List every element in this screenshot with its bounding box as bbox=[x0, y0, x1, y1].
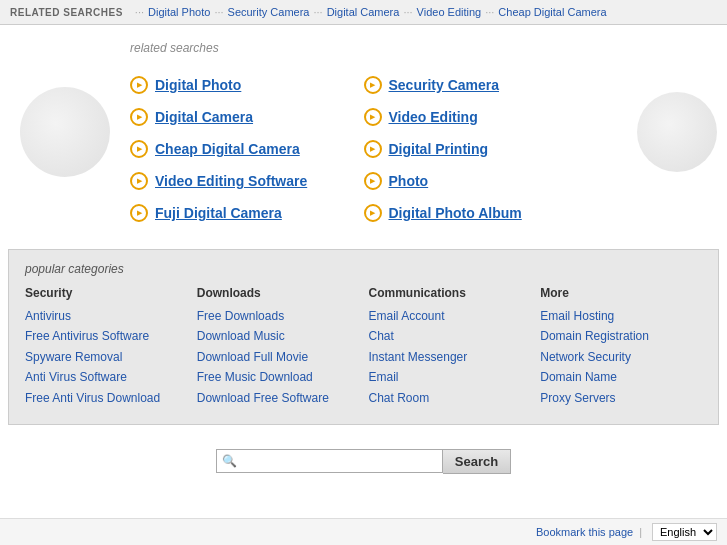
link-download-music[interactable]: Download Music bbox=[197, 326, 359, 346]
link-proxy-servers[interactable]: Proxy Servers bbox=[540, 388, 702, 408]
category-communications: Communications Email Account Chat Instan… bbox=[369, 286, 531, 408]
related-searches-label: RELATED SEARCHES bbox=[10, 7, 123, 18]
link-anti-virus-software[interactable]: Anti Virus Software bbox=[25, 367, 187, 387]
search-link-digital-photo-album[interactable]: Digital Photo Album bbox=[389, 205, 522, 221]
link-network-security[interactable]: Network Security bbox=[540, 347, 702, 367]
bottom-sep: | bbox=[639, 526, 642, 538]
topbar-link-0[interactable]: Digital Photo bbox=[148, 6, 210, 18]
category-security: Security Antivirus Free Antivirus Softwa… bbox=[25, 286, 187, 408]
search-input[interactable] bbox=[242, 451, 442, 472]
category-downloads: Downloads Free Downloads Download Music … bbox=[197, 286, 359, 408]
bottom-bar: Bookmark this page | English bbox=[0, 518, 727, 545]
search-link-video-editing-software[interactable]: Video Editing Software bbox=[155, 173, 307, 189]
search-link-digital-printing[interactable]: Digital Printing bbox=[389, 141, 489, 157]
topbar-link-1[interactable]: Security Camera bbox=[228, 6, 310, 18]
sep1: ··· bbox=[135, 6, 144, 18]
related-searches-section: related searches Digital Photo Security … bbox=[0, 25, 727, 239]
link-spyware-removal[interactable]: Spyware Removal bbox=[25, 347, 187, 367]
list-item: Fuji Digital Camera bbox=[130, 197, 364, 229]
popular-categories-section: popular categories Security Antivirus Fr… bbox=[8, 249, 719, 425]
link-chat[interactable]: Chat bbox=[369, 326, 531, 346]
arrow-icon bbox=[130, 108, 148, 126]
search-link-video-editing[interactable]: Video Editing bbox=[389, 109, 478, 125]
search-button[interactable]: Search bbox=[443, 449, 511, 474]
left-circle bbox=[20, 87, 110, 177]
link-free-downloads[interactable]: Free Downloads bbox=[197, 306, 359, 326]
bookmark-link[interactable]: Bookmark this page bbox=[536, 526, 633, 538]
topbar-link-4[interactable]: Cheap Digital Camera bbox=[498, 6, 606, 18]
arrow-icon bbox=[130, 204, 148, 222]
topbar-link-3[interactable]: Video Editing bbox=[417, 6, 482, 18]
list-item: Digital Camera bbox=[130, 101, 364, 133]
link-download-free-software[interactable]: Download Free Software bbox=[197, 388, 359, 408]
link-chat-room[interactable]: Chat Room bbox=[369, 388, 531, 408]
arrow-icon bbox=[364, 172, 382, 190]
link-email[interactable]: Email bbox=[369, 367, 531, 387]
category-security-heading: Security bbox=[25, 286, 187, 300]
arrow-icon bbox=[364, 108, 382, 126]
search-link-photo[interactable]: Photo bbox=[389, 173, 429, 189]
left-decoration bbox=[0, 25, 130, 239]
link-instant-messenger[interactable]: Instant Messenger bbox=[369, 347, 531, 367]
link-download-full-movie[interactable]: Download Full Movie bbox=[197, 347, 359, 367]
search-input-wrapper: 🔍 bbox=[216, 449, 443, 473]
main-content: related searches Digital Photo Security … bbox=[0, 25, 727, 518]
right-decoration bbox=[627, 25, 727, 239]
list-item: Digital Photo bbox=[130, 69, 364, 101]
link-domain-name[interactable]: Domain Name bbox=[540, 367, 702, 387]
search-magnifier-icon: 🔍 bbox=[217, 450, 242, 472]
list-item: Video Editing Software bbox=[130, 165, 364, 197]
list-item: Digital Printing bbox=[364, 133, 598, 165]
search-links-area: related searches Digital Photo Security … bbox=[130, 25, 627, 239]
category-communications-heading: Communications bbox=[369, 286, 531, 300]
category-more-heading: More bbox=[540, 286, 702, 300]
language-select[interactable]: English bbox=[652, 523, 717, 541]
search-link-fuji-digital-camera[interactable]: Fuji Digital Camera bbox=[155, 205, 282, 221]
topbar-link-2[interactable]: Digital Camera bbox=[327, 6, 400, 18]
link-domain-registration[interactable]: Domain Registration bbox=[540, 326, 702, 346]
arrow-icon bbox=[364, 140, 382, 158]
list-item: Video Editing bbox=[364, 101, 598, 133]
list-item: Security Camera bbox=[364, 69, 598, 101]
search-grid: Digital Photo Security Camera Digital Ca… bbox=[130, 69, 597, 229]
search-bar-area: 🔍 Search bbox=[0, 435, 727, 486]
search-link-cheap-digital-camera[interactable]: Cheap Digital Camera bbox=[155, 141, 300, 157]
category-more: More Email Hosting Domain Registration N… bbox=[540, 286, 702, 408]
list-item: Cheap Digital Camera bbox=[130, 133, 364, 165]
list-item: Photo bbox=[364, 165, 598, 197]
categories-grid: Security Antivirus Free Antivirus Softwa… bbox=[25, 286, 702, 408]
link-antivirus[interactable]: Antivirus bbox=[25, 306, 187, 326]
top-related-bar: RELATED SEARCHES ··· Digital Photo ··· S… bbox=[0, 0, 727, 25]
arrow-icon bbox=[130, 172, 148, 190]
arrow-icon bbox=[130, 76, 148, 94]
list-item: Digital Photo Album bbox=[364, 197, 598, 229]
related-searches-title: related searches bbox=[130, 41, 597, 55]
link-email-hosting[interactable]: Email Hosting bbox=[540, 306, 702, 326]
page-wrapper: RELATED SEARCHES ··· Digital Photo ··· S… bbox=[0, 0, 727, 545]
arrow-icon bbox=[364, 76, 382, 94]
search-link-digital-photo[interactable]: Digital Photo bbox=[155, 77, 241, 93]
arrow-icon bbox=[130, 140, 148, 158]
link-email-account[interactable]: Email Account bbox=[369, 306, 531, 326]
category-downloads-heading: Downloads bbox=[197, 286, 359, 300]
search-link-digital-camera[interactable]: Digital Camera bbox=[155, 109, 253, 125]
search-link-security-camera[interactable]: Security Camera bbox=[389, 77, 500, 93]
right-circle bbox=[637, 92, 717, 172]
link-free-music-download[interactable]: Free Music Download bbox=[197, 367, 359, 387]
link-free-antivirus[interactable]: Free Antivirus Software bbox=[25, 326, 187, 346]
popular-categories-title: popular categories bbox=[25, 262, 702, 276]
link-free-anti-virus-download[interactable]: Free Anti Virus Download bbox=[25, 388, 187, 408]
arrow-icon bbox=[364, 204, 382, 222]
